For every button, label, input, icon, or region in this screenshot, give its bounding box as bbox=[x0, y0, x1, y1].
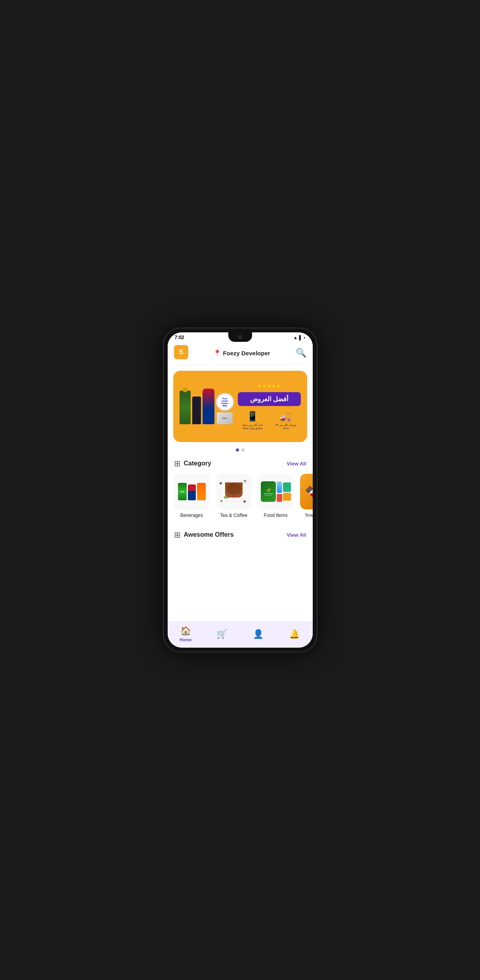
logo[interactable]: S bbox=[174, 345, 188, 361]
category-view-all-button[interactable]: View All bbox=[287, 461, 306, 467]
tea-visual: ☕ 🌿 bbox=[218, 476, 250, 507]
category-food-items[interactable]: 🌾 bbox=[258, 474, 294, 518]
banner-dots bbox=[168, 445, 313, 453]
category-title-area: ⊞ Category bbox=[174, 459, 211, 468]
snacks-visual: 🍫 bbox=[300, 474, 313, 509]
coffee-bean-2 bbox=[220, 500, 222, 502]
dot-2[interactable] bbox=[241, 448, 245, 452]
tea-saucer bbox=[223, 498, 245, 501]
feature-delivery: 🚚 توصيل بأقل من 24 ساعة bbox=[274, 411, 298, 430]
offers-view-all-button[interactable]: View All bbox=[287, 532, 306, 538]
banner-text-area: ★★★★★ أفضل العروض 📱 اختر أكثر من منتج بت… bbox=[234, 383, 301, 430]
snacks-label: Snac... bbox=[305, 513, 312, 517]
snacks-image: 🍫 bbox=[300, 474, 313, 509]
coffee-bean-1 bbox=[220, 482, 222, 484]
camera-dot bbox=[238, 335, 242, 339]
phone-screen: 7:02 ▲ ▌ ▪ S 📍 Foezy Developer 🔍 bbox=[168, 332, 313, 648]
pepsi-bottle bbox=[203, 389, 214, 424]
food-items-label: Food Items bbox=[264, 513, 287, 518]
categories-scroll[interactable]: Beverages bbox=[168, 472, 313, 524]
mirinda-can bbox=[197, 483, 206, 500]
sauce-bottle bbox=[192, 397, 201, 424]
signal-icon: ▌ bbox=[299, 335, 302, 340]
search-icon: 🔍 bbox=[296, 348, 306, 358]
category-section-header: ⊞ Category View All bbox=[168, 453, 313, 472]
red-item bbox=[277, 494, 282, 502]
rice-pack: RICE bbox=[217, 412, 233, 424]
dot-1[interactable] bbox=[236, 448, 239, 452]
category-beverages[interactable]: Beverages bbox=[174, 474, 210, 518]
nav-home-label: Home bbox=[180, 637, 192, 642]
tea-coffee-label: Tea & Coffee bbox=[220, 513, 247, 518]
scroll-content[interactable]: PuckCreamCheese500g RICE ★★★★★ أفضل العر… bbox=[168, 365, 313, 622]
truck-icon: 🚚 bbox=[280, 411, 292, 422]
phone-icon: 📱 bbox=[247, 411, 258, 422]
banner-products: PuckCreamCheese500g RICE bbox=[180, 389, 234, 424]
feature-delivery-text: توصيل بأقل من 24 ساعة bbox=[274, 423, 298, 430]
water-bottle-1 bbox=[277, 481, 282, 493]
camera-notch bbox=[228, 332, 252, 342]
location-pin-icon: 📍 bbox=[213, 349, 221, 357]
beverages-image bbox=[174, 474, 210, 509]
nav-notifications[interactable]: 🔔 bbox=[276, 629, 313, 639]
green-container bbox=[283, 482, 291, 492]
offers-title: Awesome Offers bbox=[184, 531, 234, 538]
search-button[interactable]: 🔍 bbox=[296, 348, 306, 358]
category-icon: ⊞ bbox=[174, 459, 181, 468]
status-icons: ▲ ▌ ▪ bbox=[293, 335, 306, 340]
feature-order: 📱 اختر أكثر من منتج بتطبيق واحد فقط bbox=[241, 411, 264, 430]
more-items bbox=[283, 482, 291, 501]
olive-oil-bottle bbox=[180, 391, 191, 424]
cream-cheese-pack: PuckCreamCheese500g bbox=[216, 393, 234, 411]
phone-frame: 7:02 ▲ ▌ ▪ S 📍 Foezy Developer 🔍 bbox=[163, 328, 317, 652]
offers-section-header: ⊞ Awesome Offers View All bbox=[168, 524, 313, 543]
feature-order-text: اختر أكثر من منتج بتطبيق واحد فقط bbox=[241, 423, 264, 430]
bell-icon: 🔔 bbox=[289, 629, 300, 639]
snacks-emoji: 🍫 bbox=[305, 485, 313, 498]
wifi-icon: ▲ bbox=[293, 335, 298, 340]
beverages-cans bbox=[178, 483, 206, 500]
offers-content-area bbox=[168, 543, 313, 591]
app-header: S 📍 Foezy Developer 🔍 bbox=[168, 342, 313, 365]
banner-title: أفضل العروض bbox=[243, 395, 296, 403]
tea-image: ☕ 🌿 bbox=[216, 474, 252, 509]
battery-icon: ▪ bbox=[304, 335, 306, 340]
svg-text:S: S bbox=[179, 348, 183, 355]
pepsi-can bbox=[188, 484, 196, 500]
offers-title-area: ⊞ Awesome Offers bbox=[174, 530, 234, 540]
nav-cart[interactable]: 🛒 bbox=[204, 629, 240, 639]
nav-home[interactable]: 🏠 Home bbox=[168, 626, 204, 642]
small-items bbox=[277, 481, 282, 502]
tea-cup bbox=[225, 482, 243, 498]
logo-icon: S bbox=[174, 345, 188, 359]
category-tea-coffee[interactable]: ☕ 🌿 Tea & Coffee bbox=[216, 474, 252, 518]
bottom-navigation: 🏠 Home 🛒 👤 🔔 bbox=[168, 622, 313, 648]
cart-icon: 🛒 bbox=[216, 629, 227, 639]
banner-stars: ★★★★★ bbox=[238, 383, 301, 389]
location-text: Foezy Developer bbox=[223, 350, 270, 357]
category-title: Category bbox=[184, 460, 211, 467]
location-area[interactable]: 📍 Foezy Developer bbox=[213, 349, 270, 357]
tea-cup-group bbox=[223, 482, 245, 501]
banner-features: 📱 اختر أكثر من منتج بتطبيق واحد فقط 🚚 تو… bbox=[238, 411, 301, 430]
rice-bag: 🌾 bbox=[261, 481, 276, 502]
profile-icon: 👤 bbox=[253, 629, 264, 639]
yellow-pack bbox=[283, 493, 291, 501]
beverages-label: Beverages bbox=[180, 513, 203, 518]
nav-profile[interactable]: 👤 bbox=[240, 629, 277, 639]
banner-section: PuckCreamCheese500g RICE ★★★★★ أفضل العر… bbox=[168, 365, 313, 445]
offers-icon: ⊞ bbox=[174, 530, 181, 540]
7up-can bbox=[178, 483, 187, 500]
status-time: 7:02 bbox=[175, 335, 184, 340]
promotional-banner[interactable]: PuckCreamCheese500g RICE ★★★★★ أفضل العر… bbox=[173, 371, 307, 442]
home-icon: 🏠 bbox=[180, 626, 191, 636]
category-snacks[interactable]: 🍫 Snac... bbox=[300, 474, 313, 518]
banner-title-box: أفضل العروض bbox=[238, 392, 301, 406]
food-visual: 🌾 bbox=[258, 479, 293, 504]
food-image: 🌾 bbox=[258, 474, 294, 509]
